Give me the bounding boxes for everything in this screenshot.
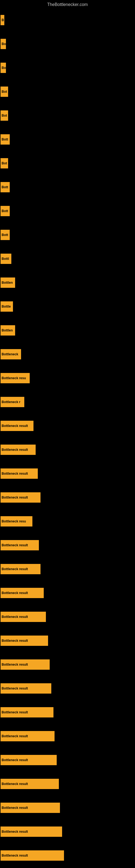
bar-label: Bottleneck result	[1, 612, 46, 622]
bar-row: B	[0, 8, 135, 32]
bar-label: Bottleneck result	[1, 588, 44, 598]
bar-label: Bott	[1, 134, 10, 145]
bar-row: Bottl	[0, 247, 135, 271]
bar-row: Bottleneck result	[0, 605, 135, 629]
bar-label: Bottleneck resu	[1, 373, 30, 383]
bar-label: Bottleneck result	[1, 540, 39, 550]
bar-row: Bottleneck result	[0, 724, 135, 748]
bar-row: Bottleneck result	[0, 653, 135, 677]
bar-label: Bot	[1, 111, 8, 121]
site-title: TheBottlenecker.com	[0, 0, 135, 8]
bar-row: Bottleneck result	[0, 820, 135, 844]
bar-label: Bottl	[1, 254, 11, 264]
bar-label: Bottleneck result	[1, 659, 50, 670]
bar-label: Bottleneck result	[1, 421, 34, 431]
bar-row: Bottleneck result	[0, 557, 135, 581]
bar-row: Bottleneck resu	[0, 509, 135, 533]
bar-label: Bottleneck result	[1, 803, 60, 813]
bar-row: Bottlen	[0, 271, 135, 294]
bar-label: Bott	[1, 182, 10, 192]
bar-row: Bottleneck result	[0, 581, 135, 605]
bar-label: Bottleneck result	[1, 683, 51, 693]
bar-label: Bo	[1, 63, 6, 73]
bar-label: Bottleneck	[1, 349, 21, 360]
bar-label: Bot	[1, 87, 8, 97]
bar-row: Bo	[0, 32, 135, 56]
bar-row: Bottleneck	[0, 342, 135, 366]
bar-row: Bottleneck result	[0, 486, 135, 509]
bar-row: Bottleneck result	[0, 748, 135, 772]
bar-label: Bottleneck result	[1, 755, 57, 765]
bar-row: Bottleneck result	[0, 533, 135, 557]
bar-row: Bott	[0, 223, 135, 247]
bar-row: Bo	[0, 56, 135, 80]
bar-row: Bot	[0, 80, 135, 104]
bar-label: Bottleneck result	[1, 827, 62, 837]
bar-row: Bot	[0, 151, 135, 175]
bar-row: Bott	[0, 199, 135, 223]
bar-row: Bottleneck result	[0, 438, 135, 462]
bar-label: Bottleneck result	[1, 731, 54, 741]
bar-row: Bottlen	[0, 318, 135, 342]
bar-label: Bottleneck r	[1, 397, 24, 407]
bar-row: Bott	[0, 127, 135, 151]
bar-row: Bottleneck result	[0, 677, 135, 701]
bar-row: Bottleneck result	[0, 796, 135, 820]
bar-label: Bottleneck result	[1, 444, 36, 455]
bar-label: B	[1, 15, 4, 25]
bar-label: Bottleneck result	[1, 492, 41, 503]
bar-row: Bottleneck result	[0, 462, 135, 486]
bar-label: Bott	[1, 206, 10, 216]
bar-label: Bott	[1, 230, 10, 240]
bar-row: Bottleneck r	[0, 390, 135, 414]
bar-label: Bottleneck result	[1, 468, 38, 479]
bar-label: Bot	[1, 158, 8, 168]
bar-row: Bot	[0, 104, 135, 127]
bar-row: Bottleneck result	[0, 629, 135, 653]
bar-row: Bottleneck result	[0, 772, 135, 796]
bar-row: Bottleneck result	[0, 701, 135, 724]
bar-row: Bottleneck result	[0, 414, 135, 438]
bar-row: Bottleneck result	[0, 844, 135, 867]
bar-row: Bottle	[0, 294, 135, 318]
bar-label: Bottleneck result	[1, 564, 41, 574]
bar-label: Bottlen	[1, 278, 15, 288]
bar-label: Bottleneck result	[1, 779, 59, 789]
bar-label: Bottleneck result	[1, 850, 64, 861]
bar-label: Bottlen	[1, 325, 15, 336]
bar-label: Bottleneck result	[1, 636, 48, 646]
bar-row: Bottleneck resu	[0, 366, 135, 390]
bar-label: Bottleneck result	[1, 707, 53, 717]
bar-label: Bo	[1, 39, 6, 49]
bar-label: Bottleneck resu	[1, 516, 32, 527]
bar-row: Bott	[0, 175, 135, 199]
bar-label: Bottle	[1, 301, 13, 312]
